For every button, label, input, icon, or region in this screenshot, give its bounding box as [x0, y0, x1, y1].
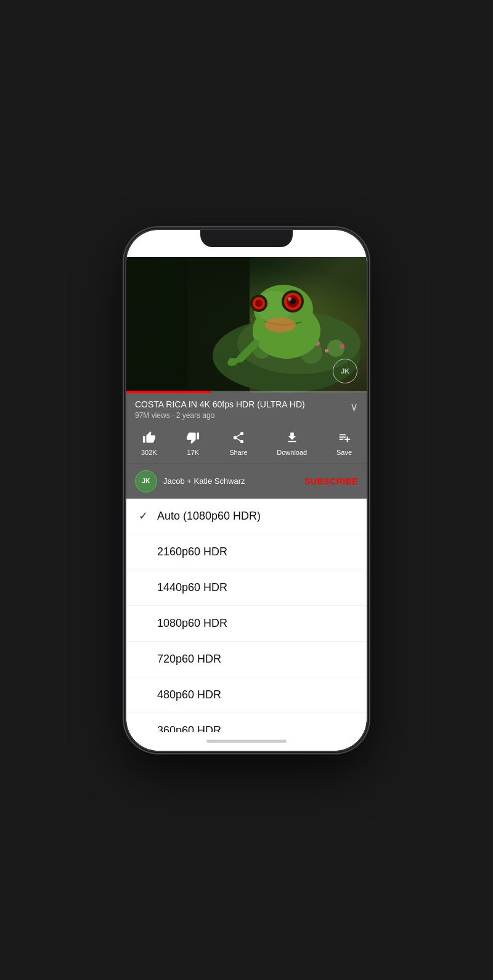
- quality-sheet: ✓Auto (1080p60 HDR)2160p60 HDR1440p60 HD…: [126, 499, 367, 732]
- signal-bar-2: [314, 247, 316, 250]
- location-icon: ▲: [160, 243, 166, 250]
- quality-label-720: 720p60 HDR: [157, 653, 221, 666]
- dislike-count: 17K: [187, 449, 200, 456]
- download-icon: [285, 431, 299, 446]
- signal-bar-3: [317, 245, 319, 250]
- svg-point-21: [255, 300, 263, 307]
- signal-bar-4: [320, 243, 322, 250]
- save-icon: [338, 431, 351, 446]
- progress-fill: [126, 391, 211, 393]
- video-thumbnail[interactable]: JK: [126, 257, 367, 393]
- phone-screen: 6:22 ▲: [126, 230, 367, 751]
- quality-option-480[interactable]: 480p60 HDR: [126, 677, 367, 713]
- progress-bar[interactable]: [126, 391, 367, 393]
- signal-bar-1: [311, 248, 312, 250]
- channel-avatar: JK: [135, 470, 157, 492]
- quality-option-1440[interactable]: 1440p60 HDR: [126, 570, 367, 606]
- quality-label-auto: Auto (1080p60 HDR): [157, 510, 261, 523]
- quality-label-1080: 1080p60 HDR: [157, 617, 227, 630]
- like-icon: [142, 431, 156, 446]
- video-meta: 97M views · 2 years ago: [135, 411, 305, 420]
- quality-list: ✓Auto (1080p60 HDR)2160p60 HDR1440p60 HD…: [126, 499, 367, 732]
- signal-bars: [311, 243, 322, 250]
- channel-row: JK Jacob + Katie Schwarz SUBSCRIBE: [126, 464, 367, 499]
- battery-fill: [340, 244, 352, 249]
- video-info: COSTA RICA IN 4K 60fps HDR (ULTRA HD) 97…: [126, 393, 367, 426]
- svg-point-18: [288, 297, 291, 301]
- quality-option-1080[interactable]: 1080p60 HDR: [126, 606, 367, 642]
- notch: [200, 230, 293, 247]
- quality-option-auto[interactable]: ✓Auto (1080p60 HDR): [126, 499, 367, 534]
- share-label: Share: [229, 449, 247, 456]
- download-button[interactable]: Download: [277, 431, 307, 456]
- quality-option-720[interactable]: 720p60 HDR: [126, 642, 367, 677]
- video-title: COSTA RICA IN 4K 60fps HDR (ULTRA HD): [135, 399, 305, 410]
- subscribe-button[interactable]: SUBSCRIBE: [304, 476, 358, 486]
- quality-label-1440: 1440p60 HDR: [157, 581, 227, 594]
- chevron-down-icon[interactable]: ∨: [350, 400, 358, 414]
- quality-label-480: 480p60 HDR: [157, 688, 221, 701]
- download-label: Download: [277, 449, 307, 456]
- quality-check-auto: ✓: [139, 509, 157, 523]
- quality-option-360[interactable]: 360p60 HDR: [126, 713, 367, 732]
- like-count: 302K: [141, 449, 157, 456]
- share-button[interactable]: Share: [229, 431, 247, 456]
- phone-frame: 6:22 ▲: [126, 230, 367, 751]
- dislike-button[interactable]: 17K: [186, 431, 200, 456]
- quality-label-360: 360p60 HDR: [157, 724, 221, 732]
- quality-option-2160[interactable]: 2160p60 HDR: [126, 534, 367, 570]
- like-button[interactable]: 302K: [141, 431, 157, 456]
- home-bar: [206, 740, 287, 743]
- time-display: 6:22: [139, 241, 157, 251]
- save-button[interactable]: Save: [336, 431, 352, 456]
- channel-watermark: JK: [333, 359, 357, 383]
- battery-icon: [339, 243, 354, 250]
- save-label: Save: [336, 449, 352, 456]
- wifi-icon: [325, 242, 335, 251]
- svg-point-22: [265, 317, 296, 332]
- svg-point-8: [325, 349, 328, 353]
- dislike-icon: [186, 431, 200, 446]
- quality-label-2160: 2160p60 HDR: [157, 545, 227, 558]
- share-icon: [232, 431, 245, 446]
- action-bar: 302K 17K Share: [126, 426, 367, 464]
- status-time: 6:22 ▲: [139, 241, 166, 251]
- frog-illustration: [126, 257, 367, 393]
- home-indicator: [126, 732, 367, 751]
- svg-rect-24: [157, 257, 176, 368]
- channel-name: Jacob + Katie Schwarz: [163, 476, 298, 486]
- status-right: [311, 242, 354, 251]
- video-title-block: COSTA RICA IN 4K 60fps HDR (ULTRA HD) 97…: [135, 399, 305, 420]
- svg-point-9: [340, 344, 344, 349]
